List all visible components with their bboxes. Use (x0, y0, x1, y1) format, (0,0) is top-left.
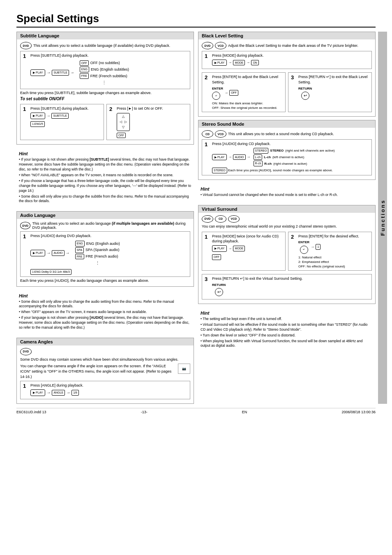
audio-hint: Hint Some discs will only allow you to c… (16, 292, 194, 333)
mode-screen-vs: MODE (233, 246, 245, 251)
subtitle-screen-sub: SUBTITLE (51, 113, 68, 119)
subtitle-step1: 1 Press [SUBTITLE] during playback. ▶ PL… (20, 51, 190, 89)
black-dvd-badge: DVD (202, 42, 213, 49)
vs-off-screen: OFF (212, 254, 221, 260)
audio-description: This unit allows you to select an audio … (32, 221, 190, 230)
play-indicator-sub: ▶PLAY (30, 113, 45, 119)
stereo-hint: Hint Virtual Surround cannot be changed … (198, 185, 376, 200)
vs-description: You can enjoy stereophonic virtual world… (202, 224, 372, 228)
subtitle-hint-title: Hint (19, 151, 191, 156)
rch-screen: R-ch (254, 161, 263, 166)
black-play-indicator: ▶PLAY (212, 60, 227, 66)
play-indicator: ▶ PLAY (30, 69, 45, 76)
subtitle-description: This unit allows you to select a subtitl… (33, 44, 170, 48)
stereo-play-indicator: ▶PLAY (212, 154, 227, 161)
subtitle-substep1: 1 Press [SUBTITLE] during playback. ▶PLA… (20, 104, 104, 140)
stereo-hint-text: Virtual Surround cannot be changed when … (201, 193, 373, 198)
camera-angles-section: Camera Angles DVD Some DVD discs may con… (16, 338, 194, 404)
stereo-each-time: STEREO Each time you press [AUDIO], soun… (212, 168, 369, 173)
page-footer: E6C61UD.indd 13 -13- EN 2006/08/18 13:00… (16, 408, 376, 414)
black-step3-text: Press [RETURN ↵] to exit the Black Level… (298, 75, 368, 84)
stereo-step1-text: Press [AUDIO] during CD playback. (212, 142, 271, 146)
audio-label-stereo: AUDIO (233, 154, 245, 160)
vs-hint-title: Hint (201, 311, 373, 315)
subtitle-substep2-text: Press [►] to set ON or OFF. (117, 106, 187, 111)
on-screen: ON (251, 60, 259, 66)
vs-hint: Hint The setting will be kept even if th… (198, 309, 376, 351)
audio-step1: 1 Press [AUDIO] during DVD playback. ▶PL… (20, 231, 190, 276)
angle-screen: ANGLE (52, 390, 65, 396)
audio-step1-text: Press [AUDIO] during DVD playback. (30, 234, 92, 238)
vs-step1-number: 1 (205, 234, 210, 240)
audio-language-section: Audio Language DVD This unit allows you … (16, 211, 194, 286)
subtitle-screen: SUBTITLE (52, 70, 69, 76)
black-level-title: Black Level Setting (198, 32, 375, 39)
black-step2: 2 Press [ENTER] to adjust the Black Leve… (202, 72, 286, 112)
stereo-sound-title: Stereo Sound Mode (198, 120, 375, 128)
stereo-step1: 1 Press [AUDIO] during CD playback. ▶PLA… (202, 139, 372, 175)
return-button-vs: ↩ (215, 288, 223, 296)
camera-step-number: 1 (23, 383, 28, 389)
footer-date: 2006/08/18 13:00:36 (341, 410, 376, 414)
black-level-section: Black Level Setting DVD VCD Adjust the B… (198, 32, 376, 117)
lch-screen: L-ch (254, 154, 263, 160)
stereo-hint-title: Hint (201, 187, 373, 191)
audio-step-number: 1 (23, 233, 28, 240)
off-screen-bl: OFF (229, 90, 238, 96)
audio-hint-text: Some discs will only allow you to change… (19, 299, 191, 330)
camera-description1: Some DVD discs may contain scenes which … (20, 357, 190, 362)
camera-step1-text: Press [ANGLE] during playback. (30, 383, 83, 387)
audio-dvd-badge: DVD (20, 222, 30, 229)
subtitle-language-section: Subtitle Language DVD This unit allows y… (16, 32, 194, 145)
functions-label: Functions (380, 199, 386, 236)
stereo-step1-number: 1 (205, 141, 210, 147)
vs-effects: 1: Natural effect 2: Emphasized effect O… (298, 255, 369, 269)
black-step2-text: Press [ENTER] to adjust the Black Level … (212, 75, 278, 84)
vs-step2-text: Press [ENTER] for the desired effect. (298, 234, 359, 238)
step-number: 1 (23, 53, 28, 59)
subtitle-hint: Hint If your language is not shown after… (16, 150, 194, 206)
on-off-description: ON: Makes the dark areas brighter. OFF: … (212, 101, 283, 110)
camera-dvd-badge: DVD (20, 348, 32, 355)
camera-icon: 📷 (178, 364, 190, 374)
page-title: Special Settings (16, 12, 376, 28)
eng-screen: 1.ENG/5 (30, 121, 45, 127)
subtitle-step1-text: Press [SUBTITLE] during playback. (30, 53, 89, 58)
audio-each-time: Each time you press [AUDIO], the audio l… (20, 279, 190, 283)
mode-screen: MODE (233, 60, 245, 66)
audio-play-indicator: ▶PLAY (30, 250, 45, 256)
black-step1: 1 Press [MODE] during playback. ▶PLAY → … (202, 51, 372, 69)
vs-step3: 3 Press [RETURN ↵] to exit the Virtual S… (202, 274, 372, 299)
return-button: ↩ (301, 92, 309, 100)
black-step1-text: Press [MODE] during playback. (212, 53, 264, 58)
stereo-screen: STEREO (254, 148, 269, 154)
functions-sidebar: Functions (378, 32, 387, 404)
vs-step2: 2 Press [ENTER] for the desired effect. … (288, 232, 372, 271)
subtitle-substep1-text: Press [SUBTITLE] during playback. (30, 106, 101, 111)
black-step2-number: 2 (205, 74, 210, 81)
vs-step3-text: Press [RETURN ↵] to exit the Virtual Sur… (212, 276, 302, 281)
enter-button: ↵ (212, 92, 220, 100)
virtual-surround-title: Virtual Surround (198, 205, 375, 213)
vs-step2-number: 2 (291, 234, 296, 240)
dvd-badge: DVD (20, 42, 32, 49)
vs-play-indicator: ▶PLAY (212, 245, 227, 252)
vs-vcd-badge: VCD (228, 215, 240, 223)
effect-screen: 1 (316, 244, 321, 250)
audio-detail-screen: 1:ENG Dolby D 3/2.1ch 48k/3 (30, 269, 71, 275)
camera-description2: You can change the camera angle if the a… (20, 364, 175, 379)
enter-button-vs: ↵ (300, 246, 308, 254)
page-number: -13- (141, 410, 148, 414)
black-step1-number: 1 (205, 53, 210, 59)
off-screen-sub: OFF (117, 133, 126, 138)
angle-count-screen: 1/8 (71, 390, 79, 396)
vs-cd-badge: CD (215, 215, 226, 223)
black-step3: 3 Press [RETURN ↵] to exit the Black Lev… (288, 72, 372, 112)
subtitle-subsection-title: To set subtitle ON/OFF (20, 97, 190, 101)
footer-file: E6C61UD.indd 13 (16, 410, 46, 414)
audio-options: ENGENG (English audio) SPASPA (Spanish a… (75, 240, 120, 267)
vs-step3-number: 3 (205, 276, 210, 282)
virtual-surround-section: Virtual Surround DVD CD VCD You can enjo… (198, 205, 376, 304)
vs-dvd-badge: DVD (202, 215, 213, 223)
subtitle-language-title: Subtitle Language (17, 32, 194, 39)
